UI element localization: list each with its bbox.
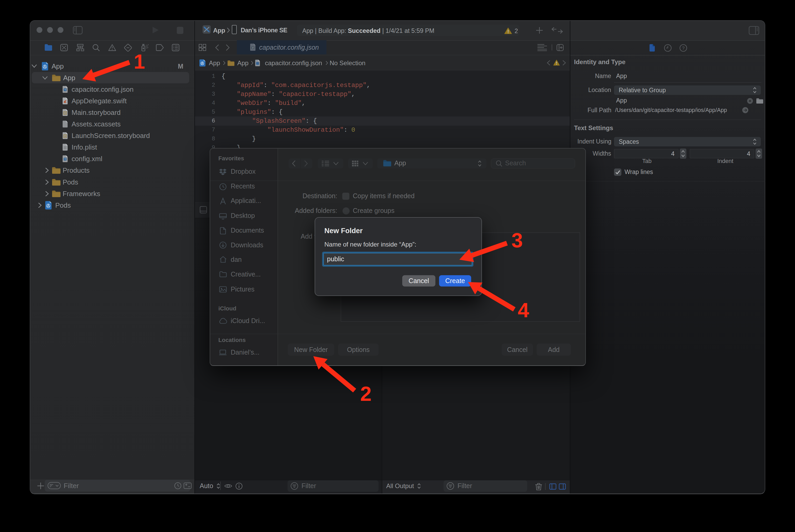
svg-text:3: 3 (511, 229, 523, 252)
svg-text:1: 1 (134, 50, 145, 73)
svg-text:4: 4 (518, 299, 529, 322)
svg-text:2: 2 (360, 382, 372, 405)
